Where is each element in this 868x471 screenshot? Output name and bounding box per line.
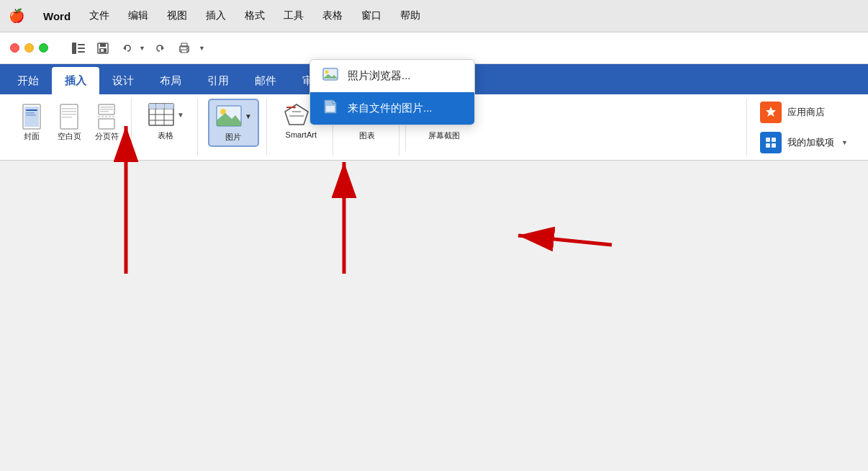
table-items: ▼ 表格 — [142, 99, 190, 156]
traffic-lights — [10, 43, 48, 53]
svg-rect-2 — [78, 48, 85, 49]
svg-rect-22 — [62, 114, 76, 115]
toolbar-dropdown-arrow[interactable]: ▼ — [199, 45, 205, 52]
svg-rect-55 — [772, 143, 776, 148]
svg-rect-59 — [326, 106, 335, 112]
tab-insert[interactable]: 插入 — [52, 67, 99, 94]
cover-page-button[interactable]: 封面 — [14, 99, 49, 144]
addins-button[interactable]: 我的加载项 ▼ — [756, 129, 852, 156]
file-image-item[interactable]: 来自文件的图片... — [310, 92, 474, 125]
print-button[interactable] — [174, 38, 194, 58]
svg-point-57 — [325, 71, 329, 74]
menubar-file[interactable]: 文件 — [86, 8, 112, 24]
screenshot-label: 屏幕截图 — [428, 130, 460, 141]
minimize-button[interactable] — [24, 43, 34, 53]
svg-rect-52 — [766, 138, 770, 142]
menubar: 🍎 Word 文件 编辑 视图 插入 格式 工具 表格 窗口 帮助 — [0, 0, 868, 32]
svg-marker-46 — [294, 106, 297, 109]
blank-page-label: 空白页 — [58, 132, 81, 141]
tab-design[interactable]: 设计 — [99, 67, 147, 94]
page-break-label: 分页符 — [95, 132, 119, 141]
addins-label: 我的加载项 — [787, 136, 834, 149]
file-image-label: 来自文件的图片... — [348, 102, 433, 115]
svg-rect-37 — [156, 104, 164, 109]
appstore-icon — [760, 102, 782, 123]
svg-rect-36 — [149, 104, 155, 109]
apple-menu[interactable]: 🍎 — [9, 8, 24, 24]
blank-page-icon — [56, 102, 82, 132]
svg-rect-26 — [100, 109, 113, 110]
svg-rect-12 — [181, 50, 187, 53]
sidebar-toggle-button[interactable] — [68, 38, 89, 58]
photo-browser-label: 照片浏览器... — [348, 69, 411, 83]
svg-rect-16 — [26, 109, 37, 111]
svg-rect-3 — [78, 51, 85, 53]
menubar-tools[interactable]: 工具 — [281, 8, 307, 24]
svg-rect-18 — [26, 115, 36, 116]
menubar-help[interactable]: 帮助 — [397, 8, 423, 24]
appstore-label: 应用商店 — [787, 106, 825, 119]
svg-rect-1 — [78, 44, 85, 45]
menubar-edit[interactable]: 编辑 — [125, 8, 151, 24]
menubar-format[interactable]: 格式 — [242, 8, 268, 24]
svg-rect-53 — [772, 138, 776, 142]
save-button[interactable] — [93, 38, 113, 58]
shapes-label: SmartArt — [286, 130, 317, 139]
image-label: 图片 — [225, 132, 241, 143]
svg-rect-0 — [72, 42, 76, 54]
table-button[interactable]: ▼ 表格 — [142, 99, 190, 144]
right-panel: 应用商店 我的加载项 ▼ — [746, 99, 861, 156]
image-dropdown-menu: 照片浏览器... 来自文件的图片... — [309, 59, 475, 125]
svg-point-13 — [186, 48, 188, 49]
svg-rect-20 — [62, 108, 76, 109]
svg-rect-38 — [165, 104, 173, 109]
svg-rect-17 — [26, 112, 35, 114]
tab-references[interactable]: 引用 — [194, 67, 242, 94]
ribbon-group-table: ▼ 表格 — [135, 99, 198, 156]
image-button[interactable]: ▼ 图片 — [208, 99, 259, 147]
pages-items: 封面 空白页 — [14, 99, 124, 156]
svg-rect-7 — [101, 49, 104, 52]
cover-page-icon — [19, 102, 45, 132]
image-dropdown-arrow[interactable]: ▼ — [245, 112, 252, 120]
chart-label: 图表 — [359, 130, 375, 141]
appstore-button[interactable]: 应用商店 — [756, 99, 852, 126]
addins-icon — [760, 132, 782, 153]
page-break-icon — [94, 102, 119, 132]
photo-browser-item[interactable]: 照片浏览器... — [310, 60, 474, 92]
addins-dropdown-arrow[interactable]: ▼ — [841, 139, 848, 146]
tab-home[interactable]: 开始 — [4, 67, 52, 94]
svg-rect-25 — [100, 107, 113, 108]
file-image-icon — [322, 99, 339, 117]
blank-page-button[interactable]: 空白页 — [52, 99, 86, 144]
undo-button[interactable] — [117, 38, 137, 58]
table-label: 表格 — [158, 130, 173, 141]
content-area — [0, 161, 868, 471]
undo-arrow: ▼ — [139, 45, 145, 52]
menubar-word[interactable]: Word — [40, 9, 73, 24]
redo-button[interactable] — [150, 38, 170, 58]
table-dropdown-arrow: ▼ — [177, 111, 184, 119]
svg-rect-21 — [62, 111, 76, 112]
images-items: ▼ 图片 — [208, 99, 259, 156]
svg-rect-27 — [100, 111, 109, 112]
tab-layout[interactable]: 布局 — [147, 67, 194, 94]
menubar-view[interactable]: 视图 — [164, 8, 190, 24]
tab-mailings[interactable]: 邮件 — [242, 67, 289, 94]
ribbon-group-pages: 封面 空白页 — [7, 99, 132, 156]
page-break-button[interactable]: 分页符 — [89, 99, 124, 144]
fullscreen-button[interactable] — [39, 43, 48, 53]
menubar-insert[interactable]: 插入 — [203, 8, 229, 24]
svg-rect-54 — [766, 143, 770, 148]
menubar-window[interactable]: 窗口 — [358, 8, 384, 24]
photo-browser-icon — [322, 67, 339, 85]
menubar-table[interactable]: 表格 — [320, 8, 345, 24]
ribbon-group-images: ▼ 图片 — [201, 99, 267, 156]
svg-rect-29 — [99, 119, 114, 129]
cover-page-label: 封面 — [24, 132, 40, 141]
svg-rect-23 — [62, 117, 72, 118]
close-button[interactable] — [10, 43, 19, 53]
svg-rect-5 — [100, 43, 106, 47]
